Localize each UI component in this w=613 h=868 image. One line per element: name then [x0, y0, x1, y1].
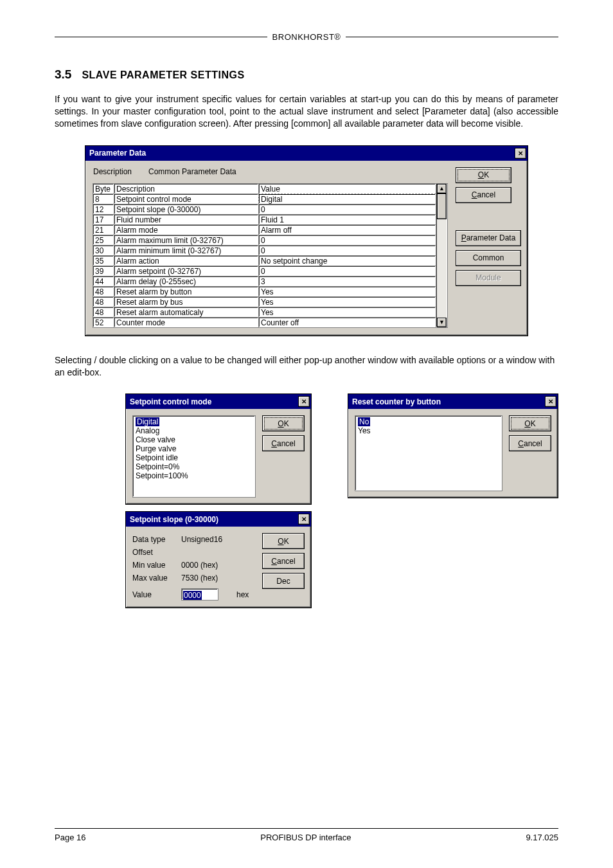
- scroll-track[interactable]: [437, 219, 447, 318]
- cell-value[interactable]: Fluid 1: [258, 214, 436, 225]
- cell-description: Alarm mode: [114, 224, 259, 235]
- datatype-label: Data type: [132, 533, 175, 546]
- dialog-title: Setpoint control mode: [130, 397, 211, 406]
- cell-byte: 35: [93, 255, 114, 266]
- cell-byte: 48: [93, 296, 114, 307]
- cell-value[interactable]: Digital: [258, 194, 436, 204]
- ok-button[interactable]: OK: [456, 167, 511, 183]
- cell-value[interactable]: Alarm off: [258, 224, 436, 235]
- scroll-thumb[interactable]: [437, 194, 447, 219]
- cell-value[interactable]: Yes: [258, 296, 436, 307]
- datatype-value: Unsigned16: [181, 533, 222, 546]
- col-header-value: Value: [258, 183, 436, 194]
- table-row[interactable]: 44Alarm delay (0-255sec)3: [93, 276, 436, 287]
- cell-value[interactable]: 0: [258, 245, 436, 256]
- minvalue-label: Min value: [132, 559, 175, 572]
- close-icon[interactable]: ✕: [298, 514, 310, 525]
- page-header: BRONKHORST®: [55, 32, 558, 42]
- cell-value[interactable]: Yes: [258, 286, 436, 297]
- options-listbox[interactable]: NoYes: [355, 415, 502, 491]
- table-row[interactable]: 48Reset alarm automaticalyYes: [93, 307, 436, 318]
- col-header-description: Description: [114, 183, 259, 194]
- cell-byte: 25: [93, 235, 114, 246]
- cell-byte: 12: [93, 204, 114, 215]
- footer-page: Page 16: [55, 833, 85, 842]
- section-number: 3.5: [55, 68, 71, 82]
- cell-byte: 39: [93, 266, 114, 276]
- list-item[interactable]: Setpoint=100%: [136, 471, 253, 480]
- list-item[interactable]: Purge valve: [136, 444, 253, 453]
- table-row[interactable]: 52Counter modeCounter off: [93, 318, 436, 328]
- cancel-button[interactable]: Cancel: [509, 435, 551, 451]
- cancel-button[interactable]: Cancel: [456, 187, 511, 203]
- cell-description: Alarm action: [114, 255, 259, 266]
- intro-paragraph: If you want to give your instrument spec…: [55, 93, 558, 130]
- ok-button[interactable]: OK: [262, 415, 305, 431]
- cell-value[interactable]: 0: [258, 235, 436, 246]
- dialog-titlebar[interactable]: Setpoint slope (0-30000) ✕: [126, 512, 311, 527]
- dialog-titlebar[interactable]: Parameter Data ✕: [85, 146, 528, 161]
- cell-byte: 44: [93, 276, 114, 287]
- cell-byte: 48: [93, 286, 114, 297]
- table-row[interactable]: 48Reset alarm by busYes: [93, 297, 436, 307]
- cell-description: Reset alarm by button: [114, 286, 259, 297]
- list-item[interactable]: Yes: [358, 426, 499, 435]
- options-listbox[interactable]: DigitalAnalogClose valvePurge valveSetpo…: [132, 415, 256, 498]
- table-row[interactable]: 30Alarm minimum limit (0-32767)0: [93, 246, 436, 256]
- table-row[interactable]: 39Alarm setpoint (0-32767)0: [93, 266, 436, 276]
- cancel-button[interactable]: Cancel: [262, 553, 305, 569]
- list-item[interactable]: Close valve: [136, 435, 253, 444]
- value-input[interactable]: 0000: [181, 588, 218, 601]
- close-icon[interactable]: ✕: [545, 396, 556, 407]
- cell-value[interactable]: 0: [258, 266, 436, 276]
- scroll-up-icon[interactable]: ▲: [437, 184, 447, 194]
- cell-value[interactable]: No setpoint change: [258, 255, 436, 266]
- close-icon[interactable]: ✕: [515, 148, 526, 159]
- description-value: Common Parameter Data: [148, 167, 236, 176]
- reset-counter-dialog: Reset counter by button ✕ NoYes OK Cance…: [348, 393, 558, 498]
- dec-button[interactable]: Dec: [262, 573, 305, 589]
- value-label: Value: [132, 588, 175, 601]
- table-row[interactable]: 35Alarm actionNo setpoint change: [93, 256, 436, 266]
- cancel-button[interactable]: Cancel: [262, 435, 305, 451]
- cell-value[interactable]: 3: [258, 276, 436, 287]
- table-row[interactable]: 25Alarm maximum limit (0-32767)0: [93, 235, 436, 246]
- minvalue-value: 0000 (hex): [181, 559, 218, 572]
- cell-value[interactable]: Counter off: [258, 317, 436, 328]
- setpoint-slope-dialog: Setpoint slope (0-30000) ✕ Data typeUnsi…: [125, 511, 312, 608]
- cell-value[interactable]: Yes: [258, 307, 436, 318]
- ok-button[interactable]: OK: [262, 533, 305, 549]
- common-button[interactable]: Common: [456, 250, 521, 266]
- module-button: Module: [456, 270, 521, 286]
- table-row[interactable]: 21Alarm modeAlarm off: [93, 225, 436, 235]
- dialog-titlebar[interactable]: Setpoint control mode ✕: [126, 394, 311, 409]
- table-row[interactable]: 48Reset alarm by buttonYes: [93, 287, 436, 297]
- table-row[interactable]: 17Fluid numberFluid 1: [93, 215, 436, 225]
- parameter-data-dialog: Parameter Data ✕ Description Common Para…: [85, 145, 528, 336]
- scrollbar[interactable]: ▲ ▼: [436, 183, 448, 328]
- scroll-down-icon[interactable]: ▼: [437, 318, 447, 327]
- list-item[interactable]: No: [358, 417, 499, 426]
- cell-byte: 30: [93, 245, 114, 256]
- cell-description: Reset alarm by bus: [114, 296, 259, 307]
- list-item[interactable]: Setpoint=0%: [136, 462, 253, 471]
- dialog-title: Reset counter by button: [352, 397, 441, 406]
- brand-label: BRONKHORST®: [272, 32, 341, 42]
- close-icon[interactable]: ✕: [298, 396, 310, 407]
- table-row[interactable]: 12Setpoint slope (0-30000)0: [93, 204, 436, 215]
- setpoint-control-mode-dialog: Setpoint control mode ✕ DigitalAnalogClo…: [125, 393, 312, 505]
- ok-button[interactable]: OK: [509, 415, 551, 431]
- cell-description: Alarm delay (0-255sec): [114, 276, 259, 287]
- dialog-titlebar[interactable]: Reset counter by button ✕: [348, 394, 558, 409]
- list-item[interactable]: Setpoint idle: [136, 453, 253, 462]
- offset-label: Offset: [132, 546, 175, 559]
- table-row[interactable]: 8Setpoint control modeDigital: [93, 194, 436, 204]
- parameter-data-button[interactable]: Parameter Data: [456, 230, 521, 246]
- cell-description: Alarm minimum limit (0-32767): [114, 245, 259, 256]
- header-rule-right: [346, 37, 558, 37]
- maxvalue-label: Max value: [132, 572, 175, 584]
- parameter-grid: Byte Description Value 8Setpoint control…: [93, 184, 436, 328]
- list-item[interactable]: Analog: [136, 426, 253, 435]
- cell-value[interactable]: 0: [258, 204, 436, 215]
- list-item[interactable]: Digital: [136, 417, 253, 426]
